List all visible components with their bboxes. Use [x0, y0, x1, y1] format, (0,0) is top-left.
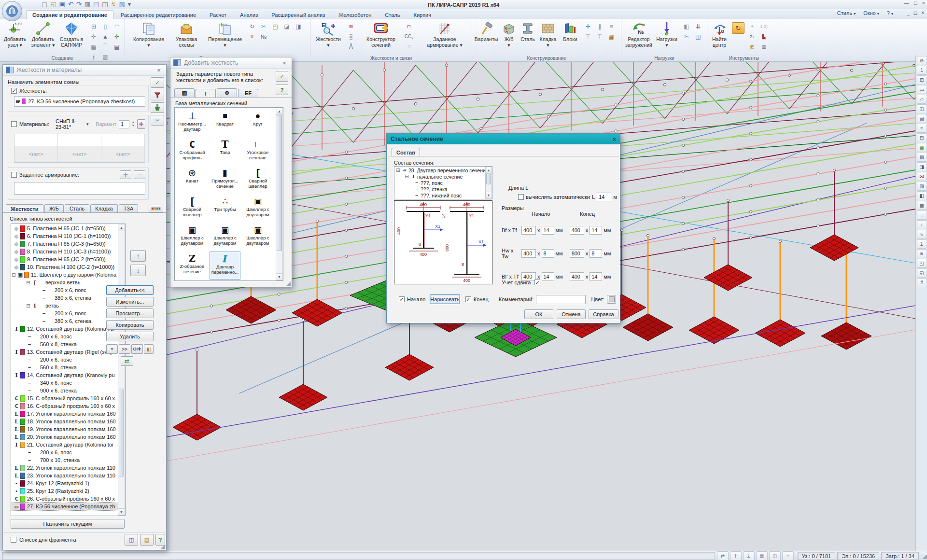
- reinforcement-field[interactable]: [14, 182, 145, 195]
- add-help-button[interactable]: ?: [276, 84, 288, 95]
- loads-button[interactable]: Нагрузки ▾: [655, 20, 679, 54]
- expander-icon[interactable]: ⊟: [11, 272, 16, 278]
- ribbon-tab[interactable]: Кирпич: [407, 10, 437, 19]
- sum-icon[interactable]: Σ↓: [746, 31, 758, 42]
- panel-tab[interactable]: Кладка: [90, 204, 118, 212]
- section-family-tab[interactable]: ⊕: [217, 88, 237, 97]
- list-item[interactable]: ⊟ 17. Уголок параллельно полкам 160: [11, 410, 118, 418]
- steel-button[interactable]: Сталь: [519, 20, 537, 54]
- expander-icon[interactable]: ⊟: [26, 303, 31, 308]
- target-icon[interactable]: ⌖: [746, 21, 758, 31]
- view-tool-button[interactable]: ⊟: [917, 133, 927, 142]
- snapshot-icon[interactable]: ◫: [102, 0, 108, 8]
- list-item[interactable]: ⊟ 200 x 6, пояс: [11, 448, 118, 456]
- filter-button[interactable]: [151, 90, 164, 100]
- export-list-button[interactable]: ▤: [140, 534, 154, 546]
- section-cell[interactable]: Z-образное сечение: [177, 252, 208, 280]
- assign-current-button[interactable]: Назначить текущим: [11, 519, 125, 529]
- start-width-field[interactable]: 400: [521, 249, 536, 258]
- book-icon[interactable]: ▤: [93, 0, 99, 8]
- tree-scrollbar[interactable]: ▲ ▼: [485, 167, 492, 199]
- refresh-button[interactable]: ⇄: [121, 356, 133, 366]
- end-checkbox[interactable]: ✓: [465, 296, 471, 302]
- mdi-minimize-button[interactable]: _: [907, 10, 910, 15]
- brick-face-icon[interactable]: ▦: [605, 31, 617, 42]
- view-tool-button[interactable]: ≡: [917, 249, 927, 258]
- create-sapfir-button[interactable]: Создать в САПФИР: [57, 20, 86, 54]
- section-edit-button[interactable]: ΟΙ✛: [131, 344, 143, 354]
- end-thick-field[interactable]: 14: [590, 272, 602, 281]
- section-cell[interactable]: Канат: [177, 166, 208, 194]
- end-width-field[interactable]: 800: [570, 249, 584, 258]
- panel-tab[interactable]: Ж/Б: [44, 204, 64, 212]
- fragment-checkbox[interactable]: [11, 537, 16, 543]
- ribbon-tab[interactable]: Расширенный анализ: [265, 10, 331, 19]
- start-checkbox[interactable]: ✓: [399, 296, 405, 302]
- add-element-button[interactable]: Добавить элемент ▾: [29, 20, 57, 54]
- image-icon[interactable]: ◨: [293, 21, 304, 31]
- list-item[interactable]: ⊟ 560 x 8, стенка: [11, 340, 118, 348]
- copy-loads-icon[interactable]: ◫: [692, 31, 704, 42]
- view-tool-button[interactable]: ◰: [917, 259, 927, 268]
- composition-tree[interactable]: ⊟ 28. Двутавр переменного сечения ⊟ нача…: [394, 166, 492, 199]
- add-button[interactable]: Добавить<<: [106, 285, 154, 295]
- chart3d-icon[interactable]: ▧: [119, 0, 125, 8]
- copy-list-button[interactable]: ◫: [125, 534, 138, 546]
- diagram-icon[interactable]: ▙: [758, 31, 770, 42]
- menu-item[interactable]: Окно ▾: [863, 10, 879, 16]
- list-item[interactable]: ⊟ 6. Пластина Н 110 (JC-1 (h=1100)): [11, 232, 118, 240]
- distributed-icon[interactable]: ⇊: [692, 21, 704, 31]
- list-item[interactable]: ⊟ 200 x 6, пояс: [11, 286, 118, 294]
- panel-resize-grip[interactable]: ◢: [161, 543, 165, 550]
- section-cell[interactable]: Швеллер с двутавром: [177, 223, 208, 251]
- view-tool-button[interactable]: ⊚: [917, 56, 927, 65]
- view-tool-button[interactable]: ◨: [917, 162, 927, 171]
- norm-dropdown-icon[interactable]: ▼: [85, 122, 89, 126]
- select-zoom-icon[interactable]: ◰: [269, 21, 281, 31]
- view-tool-button[interactable]: ▧: [917, 153, 927, 162]
- ribbon-tab[interactable]: Железобетон: [332, 10, 378, 19]
- scroll-down-icon[interactable]: ▼: [118, 508, 125, 515]
- section-family-tab[interactable]: ▨: [174, 88, 195, 97]
- section-family-tab[interactable]: EF: [238, 89, 258, 97]
- steel-dialog-close-icon[interactable]: ×: [612, 136, 616, 143]
- move-up-button[interactable]: ↑: [130, 250, 146, 262]
- grid-scroll-down-icon[interactable]: ▼: [276, 273, 282, 280]
- view-tool-button[interactable]: ⇘: [917, 230, 927, 239]
- ties-icon[interactable]: ≋: [345, 21, 357, 31]
- given-reinforcement-button[interactable]: Заданное армирование ▾: [421, 20, 469, 54]
- rotate-icon[interactable]: ↻: [246, 21, 258, 31]
- stiffness-button[interactable]: EI Жесткости ▾: [313, 20, 343, 54]
- arc-icon[interactable]: ⌒: [99, 42, 111, 52]
- section-cell[interactable]: Три трубы: [210, 195, 240, 223]
- view-tool-button[interactable]: ⋈: [917, 172, 927, 181]
- color-swatch-button[interactable]: [607, 295, 616, 304]
- delete-button[interactable]: Удалить: [106, 332, 154, 341]
- tree-item[interactable]: ⊟ ???, пояс: [395, 180, 485, 186]
- list-scrollbar[interactable]: ▲ ▼: [118, 224, 125, 516]
- app-logo[interactable]: [2, 1, 22, 21]
- tree-expander-icon[interactable]: ⊟: [395, 168, 401, 173]
- materials-checkbox[interactable]: [11, 121, 17, 127]
- list-item[interactable]: ⊟ 10. Пластина Н 100 (JC-2 (h=1000)): [11, 263, 118, 271]
- inserts-icon[interactable]: ⣿: [345, 31, 357, 42]
- add-confirm-button[interactable]: ✓: [276, 71, 288, 82]
- numbering-icon[interactable]: №: [258, 31, 269, 42]
- grid-scroll-up-icon[interactable]: ▲: [276, 108, 282, 115]
- section-cell[interactable]: Квадрат: [210, 109, 240, 137]
- scissors-icon[interactable]: ✂: [258, 21, 269, 31]
- move-button[interactable]: Перемещение ▾: [206, 20, 244, 54]
- list-item[interactable]: ⊟ 700 x 10, стенка: [11, 456, 118, 464]
- comment-field[interactable]: [536, 295, 586, 304]
- grid-scrollbar[interactable]: ▲ ▼: [276, 108, 283, 280]
- section-cell[interactable]: Прямоугол... сечение: [210, 166, 240, 194]
- stiffness-current-field[interactable]: EF 27. КЭ 56 численное (Pogonnaya zhestk…: [14, 96, 145, 107]
- list-item[interactable]: ⊟ 12. Составной двутавр (Kolonna vei: [11, 325, 118, 333]
- rotate-view-button[interactable]: ↻: [732, 22, 744, 34]
- open-folder-icon[interactable]: ◱: [50, 0, 56, 8]
- truss-icon[interactable]: ▲: [99, 31, 111, 42]
- list-item[interactable]: ⊟ 22. Уголок параллельно полкам 110: [11, 464, 118, 472]
- view-tool-button[interactable]: #: [917, 278, 927, 287]
- composition-tab[interactable]: Состав: [392, 148, 420, 156]
- section-cell[interactable]: Сварной швеллер: [242, 166, 273, 194]
